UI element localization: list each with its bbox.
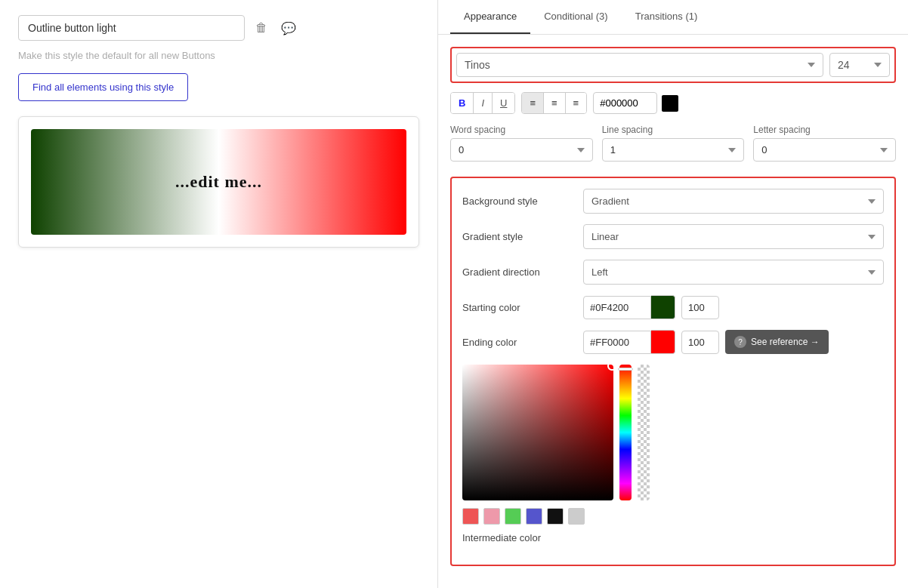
ending-color-section: Ending color ? See reference → [462,330,884,525]
ending-color-swatch[interactable] [651,330,675,354]
starting-color-swatch[interactable] [651,295,675,319]
see-reference-label: See reference → [751,337,820,347]
italic-button[interactable]: I [474,93,493,113]
gradient-style-select[interactable]: Linear Radial [583,224,884,249]
spacing-row: Word spacing 0 Line spacing 1 Letter spa… [450,125,896,162]
ending-color-opacity-input[interactable] [681,331,719,354]
ending-color-label: Ending color [462,337,583,348]
starting-color-row: Starting color [462,295,884,319]
gradient-style-label: Gradient style [462,231,583,242]
align-center-button[interactable]: ≡ [544,93,566,113]
delete-icon-button[interactable]: 🗑 [252,18,270,38]
question-mark-icon: ? [734,336,746,348]
font-family-select[interactable]: Tinos [456,53,823,77]
color-canvas[interactable] [462,365,613,500]
ending-color-hex-input[interactable] [583,331,651,354]
background-style-label: Background style [462,195,583,207]
hue-slider[interactable] [619,365,632,500]
alpha-slider[interactable] [638,365,650,500]
starting-color-hex-input[interactable] [583,296,651,319]
background-style-select[interactable]: Gradient Solid None [583,189,884,214]
word-spacing-col: Word spacing 0 [450,125,593,162]
text-align-group: ≡ ≡ ≡ [521,92,587,114]
preset-swatch-gray[interactable] [568,508,585,525]
color-picker-cursor [607,365,613,371]
find-elements-button[interactable]: Find all elements using this style [18,73,188,101]
ending-color-row: Ending color ? See reference → [462,330,884,354]
preset-swatch-red[interactable] [462,508,479,525]
left-panel: 🗑 💬 Make this style the default for all … [0,0,438,588]
text-color-hex-input[interactable] [593,92,657,114]
format-row: B I U ≡ ≡ ≡ [450,92,896,114]
intermediate-color-row: Intermediate color [462,532,884,543]
tab-conditional[interactable]: Conditional (3) [530,0,622,34]
word-spacing-select[interactable]: 0 [450,138,593,162]
gradient-preview: ...edit me... [31,129,406,235]
preview-box: ...edit me... [18,116,419,248]
text-format-group: B I U [450,92,515,114]
text-color-swatch[interactable] [662,95,678,112]
color-picker-container [462,365,884,500]
style-name-row: 🗑 💬 [18,15,419,41]
gradient-direction-label: Gradient direction [462,266,583,278]
line-spacing-col: Line spacing 1 [602,125,745,162]
gradient-direction-row: Gradient direction Left Right Top Bottom [462,260,884,285]
intermediate-color-label: Intermediate color [462,532,583,543]
preset-swatch-black[interactable] [547,508,564,525]
right-panel: Appearance Conditional (3) Transitions (… [438,0,908,588]
style-name-input[interactable] [18,15,245,41]
tab-appearance[interactable]: Appearance [450,0,530,34]
comment-icon-button[interactable]: 💬 [278,18,299,38]
subtitle-text: Make this style the default for all new … [18,50,419,61]
line-spacing-select[interactable]: 1 [602,138,745,162]
align-left-button[interactable]: ≡ [522,93,544,113]
tab-transitions[interactable]: Transitions (1) [622,0,712,34]
preset-swatch-green[interactable] [505,508,521,525]
underline-button[interactable]: U [493,93,514,113]
preset-swatch-blue[interactable] [526,508,542,525]
text-color-row [593,92,678,114]
background-style-row: Background style Gradient Solid None [462,189,884,214]
letter-spacing-select[interactable]: 0 [753,138,896,162]
tabs-row: Appearance Conditional (3) Transitions (… [438,0,908,35]
font-row: Tinos 24 [450,47,896,83]
gradient-direction-select[interactable]: Left Right Top Bottom [583,260,884,285]
letter-spacing-col: Letter spacing 0 [753,125,896,162]
see-reference-tooltip[interactable]: ? See reference → [725,330,829,354]
letter-spacing-label: Letter spacing [753,125,896,135]
starting-color-opacity-input[interactable] [681,296,719,319]
gradient-style-row: Gradient style Linear Radial [462,224,884,249]
hue-cursor [618,368,633,371]
preview-text: ...edit me... [175,172,262,192]
preset-colors [462,508,884,525]
background-section: Background style Gradient Solid None Gra… [450,177,896,566]
font-size-select[interactable]: 24 [829,53,890,77]
align-right-button[interactable]: ≡ [566,93,587,113]
bold-button[interactable]: B [451,93,474,113]
line-spacing-label: Line spacing [602,125,745,135]
right-content: Tinos 24 B I U ≡ ≡ ≡ [438,35,908,588]
starting-color-label: Starting color [462,302,583,313]
preset-swatch-orange[interactable] [483,508,500,525]
word-spacing-label: Word spacing [450,125,593,135]
